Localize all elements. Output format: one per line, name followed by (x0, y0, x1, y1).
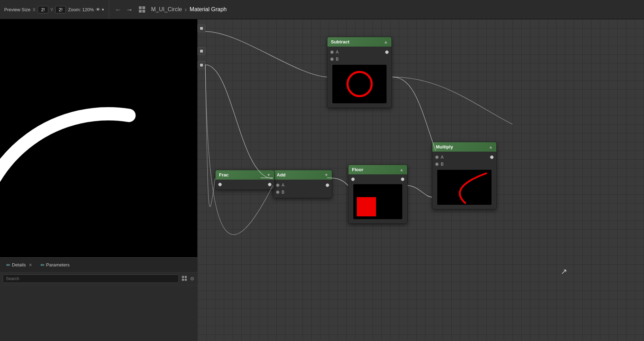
svg-rect-6 (182, 279, 184, 281)
breadcrumb-current: Material Graph (190, 6, 227, 13)
node-add-title: Add (277, 172, 285, 178)
connector-pin (200, 27, 203, 30)
multiply-collapse-arrow[interactable]: ▲ (489, 145, 493, 149)
node-floor-body (348, 174, 407, 223)
node-add-body: A B (273, 180, 332, 198)
floor-pin-out[interactable] (401, 178, 404, 181)
subtract-row-a: A (327, 49, 391, 56)
tab-parameters[interactable]: ✏ Parameters (37, 261, 73, 269)
floor-preview (353, 184, 402, 219)
node-multiply-body: A B (432, 152, 496, 209)
node-subtract: Subtract ▲ A B (327, 37, 392, 108)
x-value-input[interactable]: 2! (38, 6, 48, 13)
multiply-row-b: B (432, 161, 496, 168)
details-icon: ✏ (6, 262, 10, 268)
multiply-pin-a-in[interactable] (435, 155, 439, 159)
parameters-icon: ✏ (41, 262, 45, 268)
bottom-panel: ✏ Details ✕ ✏ Parameters ⚙ (0, 257, 198, 341)
edge-connector-mid-top (198, 47, 205, 55)
node-subtract-header[interactable]: Subtract ▲ (327, 37, 391, 47)
node-multiply: Multiply ▲ A B (432, 142, 497, 209)
subtract-pin-b-in[interactable] (330, 57, 334, 61)
header-bar: Preview Size X 2! Y 2! Zoom: 120% 👁 ▼ ← … (0, 0, 644, 19)
details-tab-label: Details (12, 262, 26, 267)
subtract-label-a: A (336, 50, 339, 55)
node-multiply-header[interactable]: Multiply ▲ (432, 142, 496, 152)
eye-button[interactable]: 👁 ▼ (96, 7, 105, 12)
subtract-row-b: B (327, 56, 391, 63)
back-arrow-button[interactable]: ← (115, 6, 122, 14)
parameters-tab-label: Parameters (46, 262, 70, 267)
add-pin-b-in[interactable] (276, 190, 279, 194)
settings-button[interactable]: ⚙ (190, 276, 194, 281)
eye-icon: 👁 (96, 7, 100, 12)
svg-rect-1 (142, 6, 145, 9)
graph-layout-icon (137, 5, 147, 14)
node-subtract-body: A B (327, 47, 391, 107)
node-frac-title: Frac (219, 172, 228, 178)
subtract-preview (332, 65, 387, 103)
node-add-header[interactable]: Add ▼ (273, 170, 332, 180)
svg-rect-4 (182, 276, 184, 278)
preview-panel (0, 19, 198, 257)
search-bar: ⚙ (0, 272, 197, 285)
edge-connector-mid (198, 61, 205, 69)
frac-pin-row (215, 182, 274, 187)
frac-pin-out[interactable] (268, 183, 271, 186)
floor-preview-rect (357, 197, 376, 216)
add-row-b: B (273, 189, 332, 196)
multiply-pin-b-in[interactable] (435, 162, 439, 166)
subtract-pin-a-in[interactable] (330, 50, 334, 54)
add-collapse-arrow[interactable]: ▼ (324, 173, 328, 178)
multiply-pin-a-out[interactable] (490, 155, 494, 159)
y-value-input[interactable]: 2! (55, 6, 66, 13)
x-label: X (33, 7, 36, 12)
frac-pin-in[interactable] (218, 183, 222, 186)
node-frac-header[interactable]: Frac ▼ (215, 170, 274, 180)
tab-details[interactable]: ✏ Details ✕ (3, 261, 36, 269)
edge-connector-top (198, 25, 205, 32)
multiply-preview-svg (437, 170, 491, 205)
add-pin-a-in[interactable] (276, 183, 279, 187)
svg-rect-7 (185, 279, 187, 281)
floor-pin-in[interactable] (351, 178, 355, 181)
multiply-row-a: A (432, 154, 496, 161)
frac-collapse-arrow[interactable]: ▼ (267, 173, 271, 178)
subtract-collapse-arrow[interactable]: ▲ (384, 40, 388, 44)
nav-bar: ← → M_UI_Circle › Material Graph (109, 5, 644, 14)
forward-arrow-button[interactable]: → (126, 6, 133, 14)
graph-area[interactable]: Subtract ▲ A B Floor ▲ (198, 19, 644, 341)
cursor: ↗ (561, 267, 567, 276)
breadcrumb: M_UI_Circle › Material Graph (151, 6, 227, 13)
node-floor: Floor ▲ (348, 165, 408, 224)
floor-collapse-arrow[interactable]: ▲ (399, 167, 404, 172)
add-pin-a-out[interactable] (326, 183, 329, 187)
node-subtract-title: Subtract (331, 39, 349, 44)
add-label-a: A (282, 183, 284, 188)
add-row-a: A (273, 182, 332, 189)
subtract-label-b: B (336, 57, 339, 62)
node-floor-header[interactable]: Floor ▲ (348, 165, 407, 174)
multiply-label-b: B (441, 162, 444, 167)
breadcrumb-separator: › (185, 6, 187, 13)
chevron-down-icon: ▼ (101, 8, 105, 12)
bottom-tabs: ✏ Details ✕ ✏ Parameters (0, 258, 197, 272)
breadcrumb-root[interactable]: M_UI_Circle (151, 6, 182, 13)
multiply-preview (437, 170, 491, 205)
node-frac-body (215, 180, 274, 189)
details-tab-close[interactable]: ✕ (29, 263, 32, 267)
svg-rect-2 (139, 10, 142, 13)
preview-controls: Preview Size X 2! Y 2! Zoom: 120% 👁 ▼ (0, 0, 109, 19)
zoom-label: Zoom: 120% (68, 7, 94, 12)
connector-pin-3 (200, 64, 203, 67)
svg-rect-3 (142, 10, 145, 13)
add-label-b: B (282, 190, 284, 195)
subtract-pin-a-out[interactable] (385, 50, 389, 54)
node-add: Add ▼ A B (273, 170, 332, 198)
search-input[interactable] (3, 274, 179, 283)
layout-button[interactable] (182, 276, 187, 282)
preview-canvas (0, 19, 197, 257)
multiply-label-a: A (441, 155, 444, 160)
floor-pin-row (348, 176, 407, 182)
subtract-preview-circle (346, 71, 373, 97)
